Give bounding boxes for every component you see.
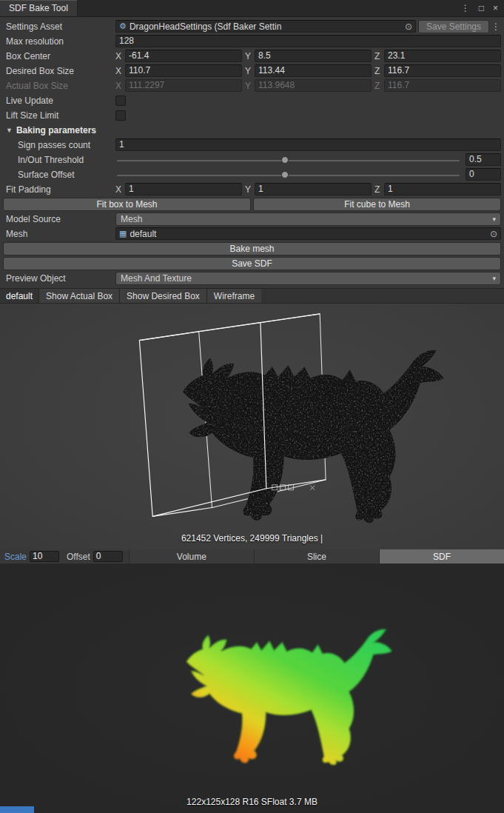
desired-box-size-x-input[interactable]: 110.7 <box>125 64 242 77</box>
mesh-object-field[interactable]: ▦ default ⊙ <box>115 227 501 240</box>
lift-size-limit-checkbox[interactable] <box>115 110 126 121</box>
scale-label[interactable]: Scale <box>0 549 30 563</box>
bake-mesh-button[interactable]: Bake mesh <box>3 242 501 255</box>
in-out-threshold-slider[interactable] <box>117 154 460 166</box>
scale-input[interactable]: 10 <box>30 551 59 562</box>
fit-padding-label: Fit Padding <box>3 184 115 195</box>
preview-object-dropdown[interactable]: Mesh And Texture ▾ <box>115 272 501 285</box>
axis-z-label: Z <box>374 66 381 76</box>
window-tab[interactable]: SDF Bake Tool <box>0 0 78 16</box>
desired-box-size-y-input[interactable]: 113.44 <box>255 64 372 77</box>
surface-offset-slider[interactable] <box>117 169 460 181</box>
box-center-y-input[interactable]: 8.5 <box>255 50 372 62</box>
close-icon[interactable]: × <box>493 3 498 13</box>
baking-parameters-label: Baking parameters <box>16 125 96 136</box>
desired-box-size-z-input[interactable]: 116.7 <box>384 64 501 77</box>
sdf-preview-viewport[interactable]: 122x125x128 R16 SFloat 3.7 MB <box>0 564 504 813</box>
bake-mesh-row: Bake mesh <box>3 241 501 255</box>
live-update-label: Live Update <box>3 96 115 106</box>
box-center-label: Box Center <box>3 51 115 61</box>
surface-offset-input[interactable]: 0 <box>466 168 501 181</box>
window-menu-icon[interactable]: ⋮ <box>461 3 470 13</box>
in-out-threshold-input[interactable]: 0.5 <box>466 153 501 166</box>
actual-box-size-z-value: 116.7 <box>384 79 501 92</box>
preview-toolbar: default Show Actual Box Show Desired Box… <box>0 288 504 304</box>
settings-asset-row: Settings Asset ⚙ DragonHeadSettings (Sdf… <box>3 19 501 33</box>
offset-label[interactable]: Offset <box>59 549 93 563</box>
preview-object-row: Preview Object Mesh And Texture ▾ <box>3 271 501 285</box>
object-picker-icon[interactable]: ⊙ <box>489 229 498 239</box>
show-actual-box-button[interactable]: Show Actual Box <box>38 289 119 303</box>
slider-knob[interactable] <box>281 171 289 178</box>
surface-offset-row: Surface Offset 0 <box>3 167 501 181</box>
actual-box-size-x-value: 111.2297 <box>125 79 242 92</box>
fit-padding-y-input[interactable]: 1 <box>255 183 372 195</box>
preview-object-name: default <box>0 289 38 303</box>
axis-y-label: Y <box>245 184 252 195</box>
in-out-threshold-row: In/Out Threshold 0.5 <box>3 153 501 167</box>
fit-padding-z-input[interactable]: 1 <box>384 183 501 195</box>
baking-parameters-row: ▼ Baking parameters <box>3 123 501 137</box>
save-sdf-row: Save SDF <box>3 256 501 270</box>
window-controls: ⋮ □ × <box>461 0 504 16</box>
actual-box-size-label: Actual Box Size <box>3 81 115 91</box>
mesh-stats-caption: 621452 Vertices, 249999 Triangles | <box>0 533 504 543</box>
mesh-row: Mesh ▦ default ⊙ <box>3 227 501 241</box>
window-title: SDF Bake Tool <box>9 3 68 13</box>
axis-y-label: Y <box>245 81 252 91</box>
max-resolution-input[interactable]: 128 <box>115 35 501 47</box>
tab-volume[interactable]: Volume <box>129 549 254 563</box>
live-update-row: Live Update <box>3 93 501 107</box>
baking-parameters-foldout[interactable]: ▼ Baking parameters <box>3 125 96 136</box>
axis-z-label: Z <box>374 81 381 91</box>
chevron-down-icon: ▾ <box>492 215 496 223</box>
save-sdf-button[interactable]: Save SDF <box>3 257 501 270</box>
mesh-preview-viewport[interactable]: 621452 Vertices, 249999 Triangles | <box>0 304 504 549</box>
titlebar: SDF Bake Tool ⋮ □ × <box>0 0 504 17</box>
inspector-panel: Settings Asset ⚙ DragonHeadSettings (Sdf… <box>0 17 504 286</box>
fit-box-to-mesh-button[interactable]: Fit box to Mesh <box>3 198 251 211</box>
tab-slice[interactable]: Slice <box>254 549 379 563</box>
settings-asset-icon: ⚙ <box>119 21 127 31</box>
lift-size-limit-row: Lift Size Limit <box>3 108 501 122</box>
lift-size-limit-label: Lift Size Limit <box>3 110 115 121</box>
box-center-z-input[interactable]: 23.1 <box>384 50 501 62</box>
mesh-label: Mesh <box>3 229 115 239</box>
dragon-sdf <box>187 629 392 766</box>
show-desired-box-button[interactable]: Show Desired Box <box>119 289 206 303</box>
bottom-highlight-strip <box>0 806 34 813</box>
fit-cube-to-mesh-button[interactable]: Fit cube to Mesh <box>253 198 501 211</box>
desired-box-size-label: Desired Box Size <box>3 66 115 76</box>
sign-passes-count-label: Sign passes count <box>3 140 115 150</box>
tab-sdf[interactable]: SDF <box>379 549 504 563</box>
model-source-label: Model Source <box>3 214 115 224</box>
axis-x-label: X <box>115 81 122 91</box>
chevron-down-icon: ▾ <box>492 275 496 282</box>
object-picker-icon[interactable]: ⊙ <box>404 21 413 32</box>
mesh-icon: ▦ <box>119 229 127 238</box>
sdf-bake-tool-window: SDF Bake Tool ⋮ □ × Settings Asset ⚙ Dra… <box>0 0 504 813</box>
preview-object-label: Preview Object <box>3 273 115 284</box>
axis-x-label: X <box>115 66 122 76</box>
live-update-checkbox[interactable] <box>115 96 126 106</box>
actual-box-size-row: Actual Box Size X 111.2297 Y 113.9648 Z … <box>3 78 501 93</box>
fit-padding-x-input[interactable]: 1 <box>125 183 242 195</box>
axis-y-label: Y <box>245 51 252 61</box>
settings-asset-field[interactable]: ⚙ DragonHeadSettings (Sdf Baker Settin ⊙ <box>115 20 416 33</box>
wireframe-button[interactable]: Wireframe <box>206 289 261 303</box>
model-source-dropdown[interactable]: Mesh ▾ <box>115 213 501 226</box>
mesh-preview-canvas <box>0 304 504 549</box>
sign-passes-count-input[interactable]: 1 <box>115 138 501 151</box>
box-center-x-input[interactable]: -61.4 <box>125 50 242 62</box>
axis-z-label: Z <box>374 184 381 195</box>
offset-input[interactable]: 0 <box>93 551 123 562</box>
settings-asset-value: DragonHeadSettings (Sdf Baker Settin <box>130 21 401 32</box>
max-resolution-row: Max resolution 128 <box>3 34 501 48</box>
slider-knob[interactable] <box>281 156 289 164</box>
model-source-row: Model Source Mesh ▾ <box>3 212 501 226</box>
maximize-icon[interactable]: □ <box>479 3 484 13</box>
settings-menu-icon[interactable]: ⋮ <box>491 21 501 32</box>
save-settings-button[interactable]: Save Settings <box>418 20 489 33</box>
preview-object-value: Mesh And Texture <box>121 273 488 284</box>
box-center-row: Box Center X -61.4 Y 8.5 Z 23.1 <box>3 49 501 63</box>
